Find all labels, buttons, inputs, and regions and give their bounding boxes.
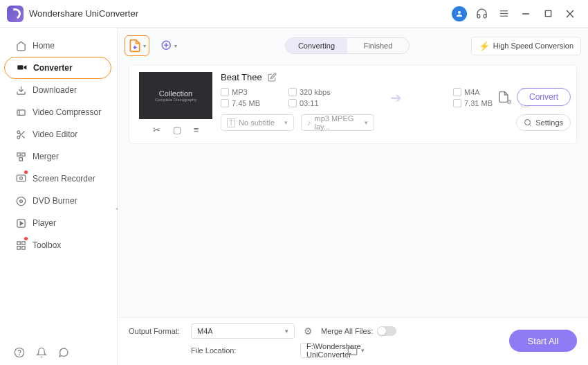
- edit-title-icon[interactable]: [268, 73, 277, 82]
- src-format: MP3: [221, 88, 270, 96]
- record-icon: [14, 174, 28, 184]
- svg-rect-27: [21, 241, 24, 244]
- toolbar: ▾ ▾ Converting Finished ⚡ High Speed Con…: [125, 33, 581, 59]
- bottom-bar: Output Format: M4A▾ ⚙ Merge All Files: S…: [118, 317, 588, 365]
- file-title: Beat Thee: [221, 72, 262, 82]
- svg-point-23: [19, 199, 22, 202]
- bell-icon[interactable]: [36, 347, 47, 358]
- svg-line-15: [22, 136, 24, 138]
- notify-dot: [24, 170, 28, 174]
- maximize-button[interactable]: [537, 3, 559, 25]
- sidebar-item-home[interactable]: Home: [4, 35, 111, 57]
- merge-icon: [14, 152, 28, 162]
- app-logo: [7, 6, 24, 22]
- out-format-combo[interactable]: M4A▾: [191, 323, 295, 339]
- svg-line-38: [530, 124, 531, 125]
- settings-button[interactable]: Settings: [516, 114, 571, 131]
- crop-icon[interactable]: ▢: [173, 125, 181, 135]
- svg-line-16: [19, 133, 21, 134]
- subtitle-combo[interactable]: TNo subtitle▾: [221, 114, 294, 131]
- merge-label: Merge All Files:: [321, 327, 373, 335]
- user-avatar[interactable]: [448, 3, 470, 25]
- sidebar: Home Converter Downloader Video Compress…: [0, 28, 118, 365]
- feedback-icon[interactable]: [58, 347, 69, 358]
- close-button[interactable]: [559, 3, 581, 25]
- sidebar-item-dvd[interactable]: DVD Burner: [4, 190, 111, 212]
- grid-icon: [14, 240, 28, 251]
- add-dvd-button[interactable]: ▾: [156, 35, 181, 56]
- effects-icon[interactable]: ≡: [194, 125, 199, 135]
- svg-rect-7: [17, 65, 23, 69]
- help-icon[interactable]: [14, 347, 25, 358]
- svg-marker-8: [24, 65, 26, 69]
- play-icon: [14, 218, 28, 229]
- scissors-icon: [14, 130, 28, 140]
- thumbnail[interactable]: Collection Complete Discography: [139, 72, 212, 119]
- svg-rect-20: [17, 175, 26, 181]
- caret-icon: ▾: [143, 43, 146, 49]
- tab-converting[interactable]: Converting: [286, 38, 347, 53]
- download-icon: [14, 85, 28, 96]
- convert-button[interactable]: Convert: [517, 88, 571, 106]
- svg-rect-4: [545, 10, 551, 16]
- high-speed-button[interactable]: ⚡ High Speed Conversion: [471, 37, 581, 55]
- out-format-label: Output Format:: [129, 327, 185, 335]
- tab-finished[interactable]: Finished: [347, 38, 409, 53]
- svg-rect-26: [17, 241, 19, 244]
- compress-icon: [14, 107, 28, 118]
- app-title: Wondershare UniConverter: [29, 8, 138, 19]
- sidebar-item-merger[interactable]: Merger: [4, 145, 111, 168]
- svg-point-22: [17, 197, 26, 206]
- arrow-icon: ➔: [387, 89, 405, 107]
- src-duration: 03:11: [288, 99, 338, 107]
- converter-icon: [15, 63, 28, 73]
- sidebar-item-compressor[interactable]: Video Compressor: [4, 101, 111, 123]
- tgt-format: M4A: [453, 88, 503, 96]
- sidebar-item-recorder[interactable]: Screen Recorder: [4, 168, 111, 190]
- add-file-button[interactable]: ▾: [125, 35, 149, 56]
- sidebar-item-downloader[interactable]: Downloader: [4, 79, 111, 101]
- svg-point-13: [17, 136, 19, 139]
- svg-point-12: [17, 130, 19, 133]
- output-settings-icon[interactable]: ⚙: [497, 91, 510, 103]
- src-size: 7.45 MB: [221, 99, 270, 107]
- sidebar-item-converter[interactable]: Converter: [4, 57, 111, 79]
- sidebar-item-toolbox[interactable]: Toolbox: [4, 234, 111, 256]
- minimize-button[interactable]: [515, 3, 537, 25]
- disc-icon: [14, 196, 28, 206]
- svg-rect-19: [19, 157, 22, 160]
- src-bitrate: 320 kbps: [288, 88, 338, 96]
- out-format-gear[interactable]: ⚙: [304, 326, 313, 337]
- svg-rect-10: [17, 109, 24, 115]
- sidebar-item-editor[interactable]: Video Editor: [4, 123, 111, 145]
- main: ▾ ▾ Converting Finished ⚡ High Speed Con…: [118, 28, 588, 365]
- svg-rect-29: [17, 246, 19, 249]
- svg-rect-18: [21, 152, 24, 155]
- merge-toggle[interactable]: [377, 326, 396, 336]
- svg-marker-25: [20, 222, 23, 225]
- svg-point-31: [19, 355, 20, 355]
- caret-icon: ▾: [174, 43, 177, 49]
- file-loc-label: File Location:: [191, 346, 295, 355]
- titlebar: Wondershare UniConverter: [0, 0, 588, 28]
- svg-rect-17: [17, 152, 19, 155]
- file-loc-combo[interactable]: F:\Wondershare UniConverter▾: [300, 343, 315, 358]
- trim-icon[interactable]: ✂: [153, 125, 160, 135]
- sidebar-bottom: [0, 347, 117, 358]
- tgt-size: 7.31 MB: [453, 99, 503, 107]
- svg-rect-28: [21, 246, 24, 249]
- svg-point-37: [525, 120, 531, 125]
- support-icon[interactable]: [470, 3, 493, 25]
- toolbar-tabs: Converting Finished: [285, 37, 410, 54]
- menu-icon[interactable]: [493, 3, 515, 25]
- home-icon: [14, 41, 28, 51]
- bolt-icon: ⚡: [479, 41, 490, 51]
- file-card: Collection Complete Discography ✂ ▢ ≡ Be…: [129, 64, 577, 144]
- open-folder-icon[interactable]: [347, 346, 358, 356]
- audio-combo[interactable]: ♪mp3 MPEG lay...▾: [301, 114, 374, 131]
- start-all-button[interactable]: Start All: [509, 330, 577, 352]
- svg-point-21: [19, 177, 22, 179]
- notify-dot: [24, 237, 28, 240]
- sidebar-item-player[interactable]: Player: [4, 212, 111, 234]
